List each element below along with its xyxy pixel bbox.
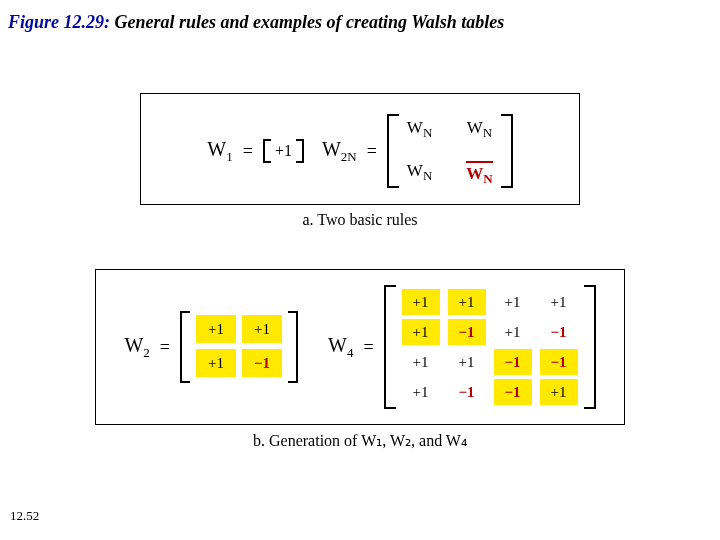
table-cell: −1	[448, 379, 486, 405]
figure-number: Figure 12.29:	[8, 12, 115, 32]
table-cell: −1	[242, 349, 282, 377]
w4-cells: +1 +1 +1 +1 +1 −1 +1 −1 +1 +1 −1 −1 +1	[396, 285, 584, 409]
table-cell: +1	[402, 289, 440, 315]
table-cell: −1	[494, 379, 532, 405]
panel-a: W1 = +1 W2N = WN WN WN WN	[140, 93, 580, 205]
panel-a-container: W1 = +1 W2N = WN WN WN WN	[140, 93, 580, 229]
panel-b: W2 = +1 +1 +1 −1 W4 =	[95, 269, 625, 425]
equals-sign: =	[239, 141, 257, 162]
table-cell: −1	[540, 319, 578, 345]
table-cell: +1	[402, 319, 440, 345]
w1-equation: W1 = +1	[207, 138, 304, 165]
w2n-equation: W2N = WN WN WN WN	[322, 114, 513, 188]
table-cell: +1	[196, 349, 236, 377]
w4-equation: W4 = +1 +1 +1 +1 +1 −1 +1 −1 +1	[328, 285, 596, 409]
table-cell: −1	[540, 349, 578, 375]
w2n-var: W2N	[322, 138, 357, 165]
w2-equation: W2 = +1 +1 +1 −1	[124, 311, 298, 383]
figure-title: Figure 12.29: General rules and examples…	[0, 0, 720, 33]
w2-cells: +1 +1 +1 −1	[190, 311, 288, 383]
table-cell: +1	[242, 315, 282, 343]
table-cell: +1	[402, 349, 440, 375]
block-cell-complement: WN	[466, 161, 492, 187]
block-cell: WN	[407, 118, 432, 141]
table-cell: +1	[540, 289, 578, 315]
table-cell: +1	[448, 289, 486, 315]
w1-var: W1	[207, 138, 232, 165]
w1-matrix: +1	[263, 139, 304, 163]
table-cell: −1	[448, 319, 486, 345]
equals-sign: =	[363, 141, 381, 162]
slide-number: 12.52	[10, 508, 39, 524]
equals-sign: =	[359, 337, 377, 358]
w2-var: W2	[124, 334, 149, 361]
table-cell: +1	[540, 379, 578, 405]
table-cell: +1	[402, 379, 440, 405]
figure-caption: General rules and examples of creating W…	[115, 12, 505, 32]
w2n-block-matrix: WN WN WN WN	[387, 114, 513, 188]
equals-sign: =	[156, 337, 174, 358]
block-cell: WN	[466, 118, 492, 141]
w2-matrix: +1 +1 +1 −1	[180, 311, 298, 383]
table-cell: +1	[448, 349, 486, 375]
w1-cell: +1	[271, 139, 296, 163]
panel-b-container: W2 = +1 +1 +1 −1 W4 =	[95, 269, 625, 450]
table-cell: +1	[494, 289, 532, 315]
table-cell: +1	[494, 319, 532, 345]
panel-b-caption: b. Generation of W₁, W₂, and W₄	[95, 431, 625, 450]
panel-a-caption: a. Two basic rules	[140, 211, 580, 229]
w4-matrix: +1 +1 +1 +1 +1 −1 +1 −1 +1 +1 −1 −1 +1	[384, 285, 596, 409]
table-cell: +1	[196, 315, 236, 343]
table-cell: −1	[494, 349, 532, 375]
block-cell: WN	[407, 161, 432, 187]
w4-var: W4	[328, 334, 353, 361]
